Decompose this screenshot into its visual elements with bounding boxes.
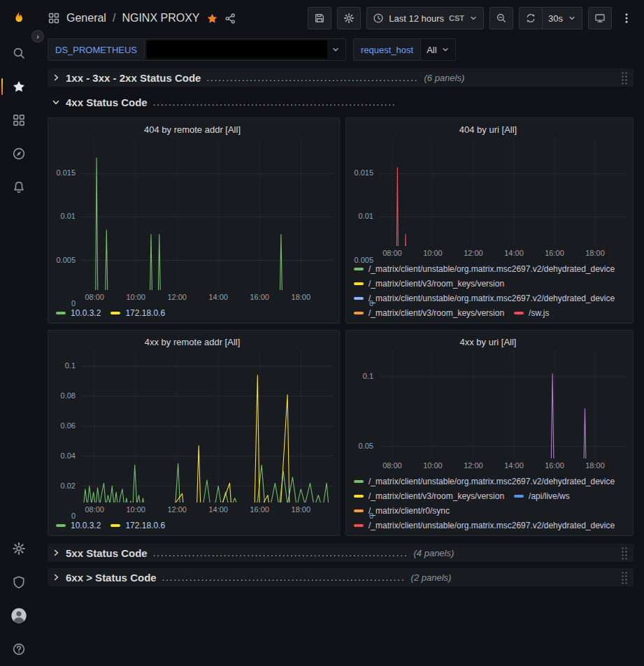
- panel-title[interactable]: 4xx by uri [All]: [350, 334, 627, 351]
- x-tick-label: 08:00: [382, 461, 402, 470]
- save-dashboard-button[interactable]: [308, 7, 331, 29]
- plot-area[interactable]: [81, 351, 333, 502]
- dashboard-title[interactable]: NGINX PROXY: [122, 12, 199, 24]
- datasource-label[interactable]: DS_PROMETHEUS: [48, 38, 145, 61]
- chart-canvas[interactable]: [379, 138, 627, 246]
- y-tick-label: 0: [369, 299, 373, 307]
- y-tick-label: 0.005: [354, 256, 373, 264]
- sidebar-item-explore[interactable]: [0, 137, 38, 171]
- datasource-value-dropdown[interactable]: [145, 38, 346, 61]
- x-tick-label: 12:00: [167, 293, 187, 301]
- user-avatar: [10, 607, 27, 624]
- row-panel-count: (2 panels): [411, 572, 452, 583]
- redacted-value: [147, 41, 327, 59]
- x-tick-label: 08:00: [85, 505, 104, 514]
- request-host-label[interactable]: request_host: [353, 38, 421, 61]
- panel-title[interactable]: 404 by remote addr [All]: [52, 122, 333, 138]
- chart-canvas[interactable]: [81, 138, 333, 290]
- favorite-star-icon[interactable]: [206, 13, 218, 24]
- zoom-out-button[interactable]: [489, 7, 513, 29]
- legend-item[interactable]: 172.18.0.6: [110, 518, 165, 533]
- dashboards-grid-icon: [12, 113, 26, 127]
- panel-404-by-remote-addr: 404 by remote addr [All] 00.0050.010.015…: [48, 117, 340, 324]
- sidebar-item-dashboards[interactable]: [0, 103, 38, 137]
- legend-item[interactable]: /_matrix/client/unstable/org.matrix.msc2…: [354, 261, 615, 276]
- legend: 10.0.3.2172.18.0.6: [52, 516, 333, 533]
- legend-item[interactable]: /_matrix/client/unstable/org.matrix.msc2…: [354, 518, 615, 533]
- time-zone-label: CST: [449, 14, 464, 22]
- chevron-right-icon: [52, 573, 60, 581]
- refresh-button[interactable]: [519, 7, 543, 29]
- share-icon[interactable]: [224, 13, 236, 24]
- legend-item[interactable]: /_matrix/client/v3/room_keys/version: [354, 488, 504, 503]
- sidebar-item-alerting[interactable]: [0, 171, 38, 204]
- legend-item[interactable]: /_matrix/client/r0/sync: [354, 503, 450, 518]
- timeseries-chart: 00.0050.010.015 08:0010:0012:0014:0016:0…: [350, 138, 627, 320]
- plot-area[interactable]: [379, 138, 627, 246]
- dashboard-settings-button[interactable]: [337, 7, 361, 29]
- row-title: 1xx - 3xx - 2xx Status Code: [66, 72, 201, 84]
- plot-area[interactable]: [379, 351, 627, 458]
- legend-item[interactable]: /_matrix/client/unstable/org.matrix.msc2…: [354, 474, 615, 488]
- legend-label: 10.0.3.2: [71, 308, 101, 318]
- time-range-picker[interactable]: Last 12 hours CST: [366, 7, 484, 29]
- legend-item[interactable]: /_matrix/client/v3/room_keys/version: [354, 276, 504, 291]
- kebab-menu-button[interactable]: [617, 7, 636, 29]
- chevron-right-icon: [52, 73, 60, 82]
- row-1xx-3xx-2xx[interactable]: 1xx - 3xx - 2xx Status Code ............…: [48, 68, 634, 87]
- legend-item[interactable]: /_matrix/client/v3/room_keys/version: [354, 305, 504, 320]
- sidebar-item-search[interactable]: [0, 36, 38, 70]
- drag-handle-icon[interactable]: [621, 571, 628, 584]
- sidebar-item-server-admin[interactable]: [0, 565, 38, 599]
- panel-4xx-by-uri: 4xx by uri [All] 00.050.1 08:0010:0012:0…: [345, 330, 634, 536]
- variables-bar: DS_PROMETHEUS request_host All: [38, 36, 644, 63]
- apps-icon: [48, 12, 60, 24]
- sidebar-item-profile[interactable]: [0, 599, 38, 632]
- chevron-down-icon: [469, 14, 478, 22]
- x-axis: 08:0010:0012:0014:0016:0018:00: [379, 458, 627, 472]
- x-tick-label: 14:00: [504, 461, 524, 470]
- plot-area[interactable]: [81, 138, 333, 290]
- breadcrumb-separator: /: [113, 12, 115, 24]
- legend-item[interactable]: 172.18.0.6: [110, 305, 165, 320]
- legend-item[interactable]: /_matrix/client/unstable/org.matrix.msc2…: [354, 291, 615, 305]
- legend-label: /_matrix/client/r0/sync: [368, 506, 450, 516]
- legend-item[interactable]: 10.0.3.2: [56, 518, 101, 533]
- row-dots: ........................................…: [206, 73, 418, 83]
- drag-handle-icon[interactable]: [621, 546, 628, 560]
- drag-handle-icon[interactable]: [621, 71, 628, 85]
- refresh-interval-dropdown[interactable]: 30s: [543, 7, 582, 29]
- panel-title[interactable]: 4xx by remote addr [All]: [52, 334, 333, 351]
- sidebar-item-help[interactable]: [0, 632, 38, 666]
- sidebar-item-configuration[interactable]: [0, 532, 38, 565]
- legend-item[interactable]: 10.0.3.2: [56, 305, 101, 320]
- x-tick-label: 16:00: [250, 293, 269, 301]
- grafana-logo[interactable]: [0, 0, 38, 36]
- timeseries-chart: 00.020.040.060.080.1 08:0010:0012:0014:0…: [52, 351, 333, 533]
- legend-item[interactable]: /sw.js: [514, 305, 549, 320]
- legend-item[interactable]: /api/live/ws: [514, 488, 570, 503]
- sidebar-item-starred[interactable]: [0, 70, 38, 103]
- x-tick-label: 18:00: [292, 293, 311, 301]
- chart-canvas[interactable]: [379, 351, 627, 458]
- ellipsis-vertical-icon: [620, 12, 633, 24]
- row-title: 6xx > Status Code: [66, 572, 157, 584]
- sidebar-expand-button[interactable]: ›: [31, 30, 44, 43]
- request-host-value-dropdown[interactable]: All: [421, 38, 455, 61]
- y-tick-label: 0.06: [61, 421, 76, 430]
- y-tick-label: 0.005: [56, 256, 76, 264]
- y-tick-label: 0: [71, 512, 76, 520]
- legend-label: /_matrix/client/unstable/org.matrix.msc2…: [368, 294, 615, 303]
- row-6xx[interactable]: 6xx > Status Code ......................…: [48, 568, 634, 586]
- row-4xx[interactable]: 4xx Status Code ........................…: [48, 93, 634, 111]
- chart-canvas[interactable]: [81, 351, 333, 502]
- panel-title[interactable]: 404 by uri [All]: [350, 122, 627, 138]
- breadcrumb-folder[interactable]: General: [66, 12, 106, 24]
- x-tick-label: 16:00: [545, 461, 564, 470]
- legend-label: /_matrix/client/unstable/org.matrix.msc2…: [368, 477, 615, 486]
- tv-mode-button[interactable]: [588, 7, 612, 29]
- legend-label: /_matrix/client/v3/room_keys/version: [368, 491, 504, 501]
- y-tick-label: 0.05: [359, 442, 373, 450]
- row-5xx[interactable]: 5xx Status Code ........................…: [48, 544, 634, 562]
- y-tick-label: 0.1: [363, 372, 373, 380]
